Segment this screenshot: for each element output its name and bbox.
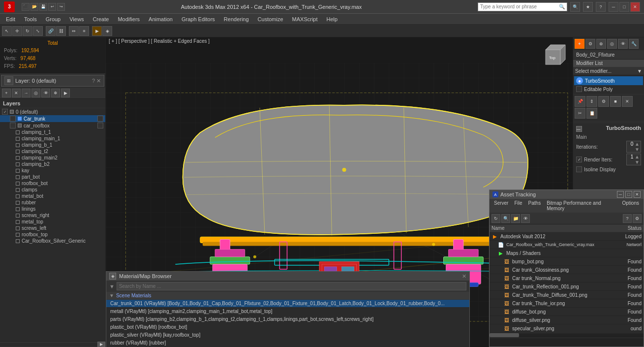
at-maximize-btn[interactable]: □ — [625, 191, 632, 198]
at-horizontal-scrollbar[interactable] — [490, 333, 644, 338]
tb-mirror[interactable]: ⇔ — [69, 26, 79, 36]
ts-iterations-down[interactable]: ▼ — [635, 147, 640, 152]
menu-maxscript[interactable]: MAXScript — [288, 15, 322, 23]
layer-item[interactable]: clamping_b2 — [0, 161, 105, 167]
layers-select-btn[interactable]: ◎ — [31, 89, 40, 97]
layer-item[interactable]: screws_right — [0, 212, 105, 219]
ts-render-up[interactable]: ▲ — [635, 154, 640, 159]
tb-render[interactable]: ▶ — [92, 26, 102, 36]
layer-item[interactable]: screws_left — [0, 225, 105, 231]
layer-item[interactable]: kay — [0, 167, 105, 174]
menu-help[interactable]: Help — [323, 15, 342, 23]
layer-item[interactable]: clamping_t_1 — [0, 129, 105, 135]
layer-check[interactable] — [10, 116, 16, 122]
layers-scrollbar[interactable]: ▶ — [0, 341, 105, 347]
win-close[interactable]: ✕ — [630, 2, 640, 12]
at-refresh-btn[interactable]: ↻ — [491, 214, 500, 223]
tb-redo[interactable]: ↪ — [57, 3, 65, 11]
layer-item[interactable]: car_roofbox — [0, 122, 105, 129]
menu-graph-editors[interactable]: Graph Editors — [178, 15, 219, 23]
menu-create[interactable]: Create — [89, 15, 113, 23]
search-input[interactable] — [480, 4, 559, 9]
rp-settings-btn[interactable]: ⚙ — [598, 96, 609, 107]
tb-unlink[interactable]: ⛓ — [56, 26, 66, 36]
rp-cut-btn[interactable]: ✂ — [575, 108, 585, 119]
at-row[interactable]: 📄 Car_Roofbox_with_Trunk_Generic_vray.ma… — [490, 241, 644, 249]
at-menu-bitmap[interactable]: Bitmap Performance and Memory — [544, 200, 618, 212]
search-btn[interactable]: 🔍 — [570, 2, 580, 12]
at-row[interactable]: 🖼 diffuse_bot.png Found — [490, 308, 644, 316]
layer-item[interactable]: clamps — [0, 187, 105, 193]
mat-browser-close-btn[interactable]: ✕ — [462, 273, 466, 280]
layer-item[interactable]: Car_trunk — [0, 115, 105, 122]
layers-render-btn[interactable]: ▶ — [61, 89, 70, 97]
layer-item[interactable]: rubber — [0, 199, 105, 206]
ts-iterations-up[interactable]: ▲ — [635, 141, 640, 147]
help-btn[interactable]: ? — [596, 2, 606, 12]
at-set-path-btn[interactable]: 📁 — [511, 214, 520, 223]
layer-item[interactable]: clamping_main_1 — [0, 135, 105, 142]
material-list[interactable]: Car_trunk_001 (VRayMtl) [Body_01,Body_01… — [106, 300, 469, 347]
at-menu-options[interactable]: Options — [620, 200, 642, 212]
tb-rotate[interactable]: ↻ — [23, 26, 32, 36]
at-row[interactable]: 🖼 Car trunk_Glossiness.png Found — [490, 266, 644, 274]
layer-item[interactable]: ✓ 0 (default) — [0, 108, 105, 115]
at-file-list[interactable]: ▶ Autodesk Vault 2012 Logged 📄 Car_Roofb… — [490, 232, 644, 333]
tb-select[interactable]: ↖ — [2, 26, 12, 36]
layer-item[interactable]: linings — [0, 206, 105, 212]
rp-paste-btn[interactable]: 📋 — [586, 108, 597, 119]
layers-delete-btn[interactable]: ✕ — [12, 89, 21, 97]
layers-list[interactable]: ✓ 0 (default) Car_trunk car_ — [0, 108, 105, 341]
layer-item[interactable]: Car_Roofbox_Silver_Generic — [0, 238, 105, 244]
layers-close-btn[interactable]: ✕ — [96, 78, 101, 84]
layer-check[interactable] — [10, 123, 16, 128]
rp-show-end-btn[interactable]: ■ — [610, 96, 621, 107]
material-row[interactable]: metall (VRayMtl) [clamping_main2,clampin… — [106, 308, 469, 315]
win-minimize[interactable]: ─ — [609, 2, 618, 12]
at-menu-server[interactable]: Server — [491, 200, 511, 212]
layers-help-btn[interactable]: ? — [92, 78, 95, 84]
tb-quick-access[interactable]: ⬛ — [22, 3, 30, 11]
menu-modifiers[interactable]: Modifiers — [114, 15, 144, 23]
at-row[interactable]: 🖼 Car trunk_Thule_ior.png Found — [490, 299, 644, 308]
modifier-toggle[interactable] — [576, 86, 582, 92]
search-box[interactable]: 🔍 — [478, 2, 567, 11]
rp-hierarchy-icon[interactable]: ⊕ — [596, 39, 606, 49]
at-row[interactable]: 🖼 Car_trunk_Reflection_001.png Found — [490, 283, 644, 291]
menu-customize[interactable]: Customize — [254, 15, 287, 23]
at-row[interactable]: 🖼 Car trunk_Normal.png Found — [490, 274, 644, 283]
at-close-btn[interactable]: ✕ — [634, 191, 641, 198]
layer-item[interactable]: roofbox_top — [0, 231, 105, 238]
ts-render-iters-val[interactable]: 1 ▲ ▼ — [626, 154, 641, 165]
ts-isoline-check[interactable] — [576, 166, 582, 172]
layers-add-sel-btn[interactable]: → — [22, 89, 31, 97]
material-row[interactable]: Car_trunk_001 (VRayMtl) [Body_01,Body_01… — [106, 300, 469, 308]
menu-rendering[interactable]: Rendering — [220, 15, 253, 23]
layer-item[interactable]: clamping_main2 — [0, 155, 105, 161]
at-help-btn[interactable]: ? — [623, 214, 632, 223]
layers-hide-btn[interactable]: 👁 — [41, 89, 50, 97]
tb-material-editor[interactable]: ◈ — [102, 26, 112, 36]
layer-vis-toggle[interactable] — [97, 123, 103, 128]
at-menu-file[interactable]: File — [512, 200, 524, 212]
at-row[interactable]: 🖼 specular_silver.png ound — [490, 324, 644, 333]
menu-tools[interactable]: Tools — [20, 15, 41, 23]
layers-new-btn[interactable]: + — [2, 89, 11, 97]
rp-display-icon[interactable]: 👁 — [618, 39, 628, 49]
menu-group[interactable]: Group — [42, 15, 65, 23]
layer-item[interactable]: roofbox_bot — [0, 180, 105, 187]
material-row[interactable]: parts (VRayMtl) [clamping_b2,clamping_b_… — [106, 315, 469, 323]
menu-animation[interactable]: Animation — [145, 15, 177, 23]
tb-link[interactable]: 🔗 — [46, 26, 56, 36]
tb-align[interactable]: ≡ — [79, 26, 89, 36]
layer-item[interactable]: metal_top — [0, 219, 105, 225]
rp-utilities-icon[interactable]: 🔧 — [629, 39, 639, 49]
modifier-selector[interactable]: Select modifier... ▼ — [573, 67, 644, 75]
tb-undo[interactable]: ↩ — [48, 3, 56, 11]
modifier-editablepoly[interactable]: Editable Poly — [574, 85, 643, 93]
tb-move[interactable]: ✛ — [12, 26, 22, 36]
mat-section-collapse[interactable]: ▼ — [109, 293, 114, 298]
layer-item[interactable]: metal_bot — [0, 193, 105, 199]
tb-scale[interactable]: ⤡ — [33, 26, 43, 36]
rp-modify-icon[interactable]: ⚙ — [585, 39, 595, 49]
